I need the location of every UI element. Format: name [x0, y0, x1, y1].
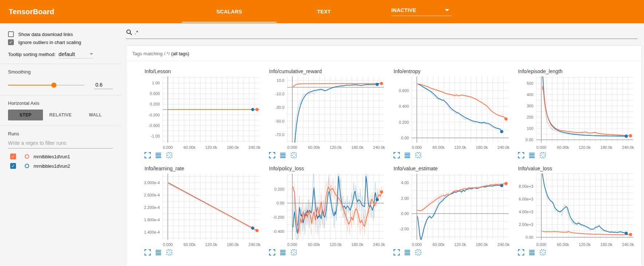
svg-text:0.00: 0.00	[277, 201, 284, 205]
chart-card: Info/entropy 0.6000.4000.2000.000.00060.…	[388, 64, 513, 159]
svg-text:120.0k: 120.0k	[454, 242, 466, 247]
smoothing-slider[interactable]	[8, 85, 84, 86]
scalar-chart[interactable]: 0.6000.4000.2000.000.00060.00k120.0k180.…	[388, 74, 511, 151]
svg-text:0.200: 0.200	[399, 120, 409, 124]
tooltip-sorting-select[interactable]: default	[59, 51, 93, 59]
chart-title: Info/cumulative_reward	[269, 68, 388, 74]
checkbox[interactable]	[8, 31, 14, 37]
svg-text:-10.0: -10.0	[275, 92, 284, 96]
chart-card: Info/policy_loss 0.2000.00-0.200-0.4000.…	[264, 161, 388, 256]
scalar-chart[interactable]: 10.0-10.0-30.0-50.0-70.00.00060.00k120.0…	[264, 74, 387, 151]
svg-text:180.0k: 180.0k	[600, 145, 613, 150]
scalar-chart[interactable]: 0.2000.00-0.200-0.4000.00060.00k120.0k18…	[264, 171, 387, 249]
svg-text:0.400: 0.400	[399, 104, 409, 108]
tags-header: Tags matching /.*/ (all tags)	[126, 46, 641, 61]
fit-domain-icon[interactable]	[540, 249, 546, 255]
runs-filter-input[interactable]	[8, 140, 113, 146]
chart-toolbar	[269, 152, 388, 158]
svg-text:3.000e-4: 3.000e-4	[144, 180, 160, 185]
svg-text:60.00k: 60.00k	[183, 145, 196, 150]
expand-chart-icon[interactable]	[518, 152, 524, 158]
expand-chart-icon[interactable]	[518, 249, 524, 255]
smoothing-value-field[interactable]: 0.6	[94, 81, 113, 89]
svg-text:400: 400	[527, 92, 533, 97]
expand-chart-icon[interactable]	[394, 249, 400, 255]
run-checkbox[interactable]: ✓	[10, 163, 16, 169]
fit-domain-icon[interactable]	[540, 152, 546, 158]
chart-card: Info/value_estimate 4.002.000.00-2.000.0…	[388, 161, 513, 256]
expand-chart-icon[interactable]	[269, 249, 275, 255]
log-scale-icon[interactable]	[155, 152, 162, 158]
run-item[interactable]: ✓ mrnibbles1d\run2	[10, 163, 121, 169]
svg-text:-0.400: -0.400	[273, 229, 284, 234]
axis-wall-button[interactable]: WALL	[78, 110, 113, 120]
expand-chart-icon[interactable]	[145, 249, 151, 255]
chart-card: Info/cumulative_reward 10.0-10.0-30.0-50…	[264, 64, 388, 159]
app-header: TensorBoard SCALARS TEXT INACTIVE	[0, 0, 644, 23]
svg-text:300: 300	[527, 104, 533, 108]
svg-text:240.0k: 240.0k	[373, 242, 386, 247]
svg-text:500: 500	[527, 81, 533, 86]
svg-text:1.00: 1.00	[152, 81, 160, 85]
log-scale-icon[interactable]	[280, 249, 286, 255]
scalar-chart[interactable]: 8.00e+36.00e+34.00e+32.00e+30.000.00060.…	[513, 171, 636, 249]
caret-down-icon	[90, 53, 93, 55]
log-scale-icon[interactable]	[529, 249, 535, 255]
run-color-ring-icon	[25, 154, 29, 159]
log-scale-icon[interactable]	[155, 249, 162, 255]
axis-relative-button[interactable]: RELATIVE	[43, 110, 78, 120]
tags-card: Tags matching /.*/ (all tags) Info/Lesso…	[126, 45, 642, 266]
log-scale-icon[interactable]	[404, 152, 411, 158]
tooltip-sorting-label: Tooltip sorting method:	[8, 52, 56, 57]
log-scale-icon[interactable]	[280, 152, 286, 158]
tab-scalars[interactable]: SCALARS	[182, 0, 277, 23]
expand-chart-icon[interactable]	[269, 152, 275, 158]
fit-domain-icon[interactable]	[166, 249, 173, 255]
svg-text:-0.200: -0.200	[149, 113, 160, 117]
scalar-chart[interactable]: 5004003002001000.000.00060.00k120.0k180.…	[513, 74, 636, 151]
svg-text:8.00e+3: 8.00e+3	[519, 184, 533, 188]
svg-text:240.0k: 240.0k	[622, 242, 635, 247]
scalar-chart[interactable]: 3.000e-42.600e-42.200e-41.800e-41.400e-4…	[139, 171, 262, 249]
svg-text:60.00k: 60.00k	[183, 242, 196, 247]
tab-text[interactable]: TEXT	[277, 0, 371, 23]
fit-domain-icon[interactable]	[291, 152, 297, 158]
svg-text:240.0k: 240.0k	[498, 145, 510, 150]
checkbox[interactable]: ✓	[8, 39, 14, 45]
show-download-links-option[interactable]: Show data download links	[8, 31, 121, 37]
chart-toolbar	[394, 249, 513, 255]
chart-toolbar	[518, 152, 637, 158]
svg-text:240.0k: 240.0k	[622, 145, 635, 150]
log-scale-icon[interactable]	[529, 152, 535, 158]
fit-domain-icon[interactable]	[291, 249, 297, 255]
tag-filter-field[interactable]	[126, 29, 637, 39]
svg-text:240.0k: 240.0k	[498, 242, 510, 247]
svg-text:240.0k: 240.0k	[249, 242, 261, 247]
fit-domain-icon[interactable]	[415, 152, 422, 158]
log-scale-icon[interactable]	[404, 249, 411, 255]
run-item[interactable]: ✓ mrnibbles1d\run1	[10, 154, 121, 159]
expand-chart-icon[interactable]	[394, 152, 400, 158]
svg-text:-50.0: -50.0	[275, 119, 284, 123]
run-checkbox[interactable]: ✓	[10, 154, 16, 159]
expand-chart-icon[interactable]	[145, 152, 151, 158]
svg-text:-0.600: -0.600	[149, 123, 160, 128]
svg-text:0.000: 0.000	[536, 242, 546, 247]
runs-filter	[8, 140, 113, 148]
svg-text:0.000: 0.000	[536, 145, 546, 150]
svg-text:120.0k: 120.0k	[454, 145, 466, 150]
svg-text:4.00: 4.00	[401, 180, 409, 185]
slider-thumb[interactable]	[51, 83, 56, 88]
chart-title: Info/entropy	[394, 68, 513, 74]
fit-domain-icon[interactable]	[415, 249, 422, 255]
svg-text:180.0k: 180.0k	[476, 145, 488, 150]
axis-step-button[interactable]: STEP	[8, 110, 43, 120]
svg-text:120.0k: 120.0k	[329, 242, 342, 247]
scalar-chart[interactable]: 1.000.6000.200-0.200-0.600-1.000.00060.0…	[139, 74, 262, 151]
svg-text:180.0k: 180.0k	[351, 242, 364, 247]
fit-domain-icon[interactable]	[166, 152, 173, 158]
ignore-outliers-option[interactable]: ✓ Ignore outliers in chart scaling	[8, 39, 121, 45]
tag-filter-input[interactable]	[135, 29, 595, 35]
scalar-chart[interactable]: 4.002.000.00-2.000.00060.00k120.0k180.0k…	[388, 171, 511, 249]
inactive-tabs-dropdown[interactable]: INACTIVE	[391, 7, 451, 16]
